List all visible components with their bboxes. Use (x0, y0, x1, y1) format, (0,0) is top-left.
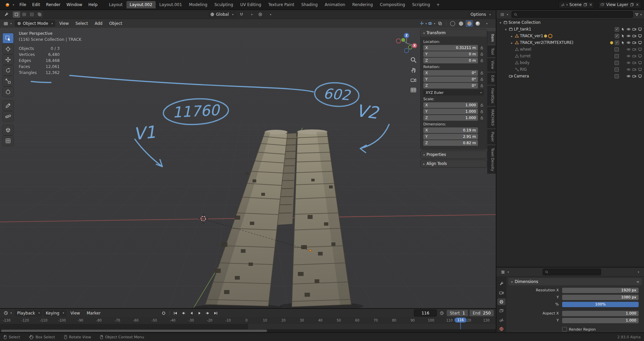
view-layer-properties-tab[interactable] (497, 307, 505, 314)
sidebar-tab-machin3[interactable]: MACHIN3 (487, 107, 496, 128)
rotation-mode-dropdown[interactable]: XYZ Euler (423, 90, 484, 96)
select-mode-set-button[interactable] (13, 11, 20, 18)
menu-edit[interactable]: Edit (30, 1, 43, 8)
zoom-icon[interactable] (410, 57, 417, 63)
add-workspace-button[interactable]: + (434, 2, 442, 8)
render-checkbox[interactable] (614, 47, 619, 52)
outliner-item-track-ver1[interactable]: TRACK_ver1 (496, 33, 644, 39)
world-properties-tab[interactable] (497, 326, 505, 332)
gizmo-y-axis[interactable] (401, 38, 405, 42)
expand-icon[interactable] (504, 27, 508, 32)
track-model-v2[interactable] (292, 129, 351, 307)
select-mode-intersect-button[interactable] (36, 11, 43, 18)
viewport-display-icon[interactable] (638, 47, 642, 51)
lock-icon[interactable] (479, 71, 484, 75)
viewport-display-icon[interactable] (638, 74, 642, 78)
outliner-item-lp-tank1[interactable]: LP_tank1 (496, 26, 644, 33)
outliner-item-track-ver2[interactable]: TRACK_ver2(TRIMTEXTURE) (496, 39, 644, 46)
viewport-menu-view[interactable]: View (57, 20, 71, 27)
render-visibility-icon[interactable] (632, 41, 636, 45)
blender-menu-button[interactable] (3, 1, 16, 8)
outliner-item-body[interactable]: body (496, 59, 644, 66)
select-box-tool-button[interactable] (3, 33, 13, 43)
viewport-display-icon[interactable] (638, 54, 642, 58)
viewport-menu-select[interactable]: Select (73, 20, 91, 27)
viewport-display-icon[interactable] (638, 27, 642, 31)
properties-search-input[interactable] (550, 270, 599, 274)
render-checkbox[interactable] (614, 74, 619, 78)
properties-search[interactable] (543, 269, 601, 275)
lock-icon[interactable] (479, 77, 484, 81)
render-checkbox[interactable] (615, 41, 619, 45)
rotation-x-field[interactable]: X0° (423, 70, 478, 76)
xray-toggle-button[interactable] (436, 20, 444, 27)
hide-eye-icon[interactable] (627, 61, 631, 65)
viewport-menu-object[interactable]: Object (106, 20, 125, 27)
timeline-menu-marker[interactable]: Marker (84, 310, 103, 317)
frame-start-field[interactable]: Start1 (447, 310, 468, 316)
render-properties-tab[interactable] (497, 289, 505, 296)
unlink-scene-button[interactable] (589, 2, 592, 7)
scale-y-field[interactable]: Y1.000 (423, 109, 478, 114)
viewport-3d[interactable]: 11760 602 V1 V2 User Perspective (116) S… (0, 28, 496, 308)
extra-tool-button[interactable] (3, 136, 13, 146)
remove-view-layer-button[interactable] (636, 2, 639, 7)
snap-toggle-button[interactable] (238, 11, 245, 18)
sidebar-tab-item[interactable]: Item (487, 31, 496, 45)
next-keyframe-button[interactable] (204, 310, 211, 316)
gizmo-neg-y-axis[interactable] (409, 46, 412, 49)
outliner-search[interactable] (512, 11, 633, 18)
active-tool-icon[interactable] (3, 11, 10, 18)
dimensions-y-field[interactable]: Y2.91 m (423, 134, 478, 139)
view-layer-selector[interactable]: View Layer (598, 1, 641, 9)
workspace-tab-sculpting[interactable]: Sculpting (211, 1, 236, 8)
keying-dropdown[interactable]: Keying (44, 310, 66, 317)
lock-icon[interactable] (479, 84, 484, 88)
sidebar-tab-texel-density[interactable]: Texel Density (487, 145, 496, 174)
proportional-editing-button[interactable] (257, 11, 264, 18)
menu-window[interactable]: Window (64, 1, 85, 8)
sidebar-tab-tool[interactable]: Tool (487, 45, 496, 57)
timeline-editor-type-button[interactable] (2, 310, 13, 316)
viewport-display-icon[interactable] (638, 67, 642, 71)
rotation-z-field[interactable]: Z0° (423, 83, 478, 89)
workspace-tab-uv-editing[interactable]: UV Editing (237, 1, 265, 8)
scene-browse-icon[interactable] (561, 3, 568, 7)
workspace-tab-layout-001[interactable]: Layout.001 (156, 1, 185, 8)
scale-z-field[interactable]: Z1.000 (423, 115, 478, 121)
gizmo-neg-x-axis[interactable] (396, 39, 401, 43)
selectable-cursor-icon[interactable] (621, 41, 625, 45)
location-y-field[interactable]: Y0 m (423, 51, 478, 57)
aspect-y-field[interactable]: 1.000 (562, 318, 639, 323)
render-checkbox[interactable] (614, 61, 619, 65)
transform-tool-button[interactable] (3, 87, 13, 97)
timeline-scrollbar-thumb[interactable] (1, 330, 267, 332)
resolution-percentage-slider[interactable]: 100% (562, 302, 639, 307)
hide-eye-icon[interactable] (627, 74, 631, 78)
show-gizmo-dropdown[interactable] (420, 20, 427, 27)
jump-to-start-button[interactable] (172, 310, 179, 316)
location-x-field[interactable]: X0.31211 m (423, 45, 478, 51)
timeline-menu-view[interactable]: View (68, 310, 83, 317)
properties-filter-dropdown[interactable] (634, 269, 641, 275)
sidebar-tab-paper[interactable]: Paper (487, 129, 496, 145)
workspace-tab-layout[interactable]: Layout (106, 1, 126, 8)
hide-eye-icon[interactable] (627, 54, 631, 58)
render-checkbox[interactable] (614, 67, 619, 72)
menu-help[interactable]: Help (86, 1, 100, 8)
shading-settings-dropdown[interactable] (482, 20, 490, 27)
render-visibility-icon[interactable] (632, 67, 636, 71)
playback-dropdown[interactable]: Playback (15, 310, 42, 317)
outliner-editor-type-button[interactable] (498, 12, 510, 17)
workspace-tab-rendering[interactable]: Rendering (349, 1, 376, 8)
lock-icon[interactable] (479, 52, 484, 56)
lock-icon[interactable] (479, 46, 484, 50)
menu-file[interactable]: File (17, 1, 29, 8)
render-visibility-icon[interactable] (632, 74, 636, 78)
new-view-layer-button[interactable] (630, 3, 634, 7)
render-visibility-icon[interactable] (632, 54, 636, 58)
properties-subpanel-header[interactable]: Properties (421, 151, 487, 158)
collection-checkbox[interactable] (615, 27, 619, 32)
shading-solid-button[interactable] (457, 20, 465, 27)
resolution-x-field[interactable]: 1920 px (562, 288, 639, 293)
